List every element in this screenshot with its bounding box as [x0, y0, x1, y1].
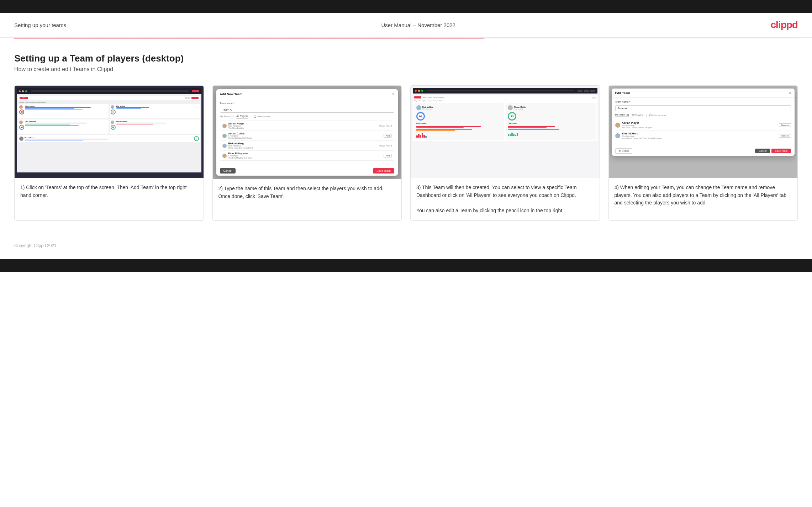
add-team-modal: Add New Team × Team Name * My Team (2) A…	[216, 89, 398, 176]
epi2-remove-button[interactable]: Remove	[779, 134, 791, 138]
card-1-text: 1) Click on 'Teams' at the top of the sc…	[15, 178, 204, 220]
ss3-p2-label: Player Quality	[508, 122, 594, 124]
mp1-action: Player Added	[379, 125, 392, 127]
modal-tabs: My Team (2) All Players Filter by name	[220, 115, 395, 118]
modal-player-item-2: Adrian Coliba 1 Handicap Central London …	[220, 131, 394, 141]
ss3-dot-green	[421, 90, 423, 92]
edit-filter-label: Filter by name	[649, 114, 666, 116]
chart-bar3	[420, 135, 421, 138]
chart-bar6	[425, 136, 427, 138]
modal-footer: Cancel Save Team	[216, 166, 398, 176]
ss3-icon2	[584, 90, 589, 92]
modal-tab-allplayers[interactable]: All Players	[236, 115, 248, 118]
edit-cancel-button[interactable]: Cancel	[755, 149, 770, 153]
modal-team-name-label: Team Name *	[220, 102, 395, 105]
epi1-avatar	[615, 123, 620, 128]
ss1-p3-score: 94	[19, 125, 24, 130]
ss3-content: Home Teams My Performance Player Details…	[413, 95, 597, 141]
edit-modal-title: Edit Team	[615, 91, 630, 95]
ss1-player-card-1: 84 Adrian Collins	[18, 104, 109, 118]
mp1-detail2: The Shire London	[228, 127, 378, 129]
ss1-player-card-4: 78 Dave Billingnam	[110, 119, 200, 134]
ss1-p4-bar2	[116, 124, 153, 124]
ss3-dot-red	[415, 90, 417, 92]
ss1-p2-bars	[116, 107, 199, 109]
ss4-bg: Edit Team × Team Name * My Team (2) All …	[609, 86, 798, 178]
mp4-add-button[interactable]: Add	[384, 154, 392, 158]
screenshot-3: Home Teams My Performance Player Details…	[411, 86, 600, 178]
modal-tab-myteam[interactable]: My Team (2)	[220, 115, 234, 118]
modal-save-button[interactable]: Save Team	[373, 168, 394, 174]
ss3-p1-name: Blair McHarg	[422, 106, 433, 108]
ss1-p4-bars	[116, 123, 199, 124]
delete-team-button[interactable]: 🗑 Delete	[615, 148, 632, 154]
epi1-name: Adrian Player	[622, 121, 777, 124]
ss1-player-card-2: 0 Blair McHarg	[110, 104, 200, 118]
modal-player-list: Adrian Player Plus Handicap The Shire Lo…	[220, 121, 395, 161]
epi1-remove-button[interactable]: Remove	[779, 123, 791, 127]
ss3-p1-label: Player Quality	[416, 122, 502, 124]
edit-save-button[interactable]: Save Team	[771, 149, 791, 153]
modal-team-name-input[interactable]	[220, 107, 395, 113]
chart2-bar1	[508, 134, 509, 136]
ss1-p4-bar1	[116, 123, 166, 123]
edit-tab-allplayers[interactable]: All Players	[632, 114, 643, 117]
ss1-filter-label: Showing 4 out of 4 players from All Play…	[18, 101, 200, 103]
ss1-logo-mini: clippd	[20, 97, 28, 99]
footer: Copyright Clippd 2021	[0, 239, 812, 259]
ss1-p1-bars	[25, 107, 107, 110]
card-1: clippd Showing 4 out of 4 players from A…	[14, 85, 204, 221]
header: Setting up your teams User Manual – Nove…	[0, 13, 812, 38]
mp1-avatar	[222, 124, 227, 128]
ss1-p3-bar1	[25, 123, 87, 123]
filter-checkbox[interactable]	[254, 116, 256, 118]
modal-header: Add New Team ×	[216, 89, 398, 99]
screenshot-4: Edit Team × Team Name * My Team (2) All …	[609, 86, 798, 178]
edit-tab-myteam[interactable]: My Team (2)	[615, 113, 629, 117]
edit-modal-tabs: My Team (2) All Players Filter by name	[615, 113, 791, 117]
ss1-p4-avatar	[111, 121, 114, 124]
edit-modal-close-icon[interactable]: ×	[789, 91, 791, 95]
edit-team-name-input[interactable]	[615, 105, 791, 111]
mp2-detail2: Central London Golf Centre	[228, 137, 382, 139]
ss1-p1-bar3	[25, 110, 83, 110]
mp2-add-button[interactable]: Add	[384, 134, 392, 138]
mp3-name: Blair McHarg	[228, 142, 378, 145]
ss2-bg: Add New Team × Team Name * My Team (2) A…	[213, 86, 402, 179]
modal-cancel-button[interactable]: Cancel	[220, 168, 236, 174]
ss3-p2-detail: Plus Handicap	[514, 108, 526, 110]
modal-player-item-1: Adrian Player Plus Handicap The Shire Lo…	[220, 121, 394, 131]
mp4-info: Dave Billingham 5 Handicap The Dog Magli…	[228, 152, 382, 159]
ss1-btn2	[191, 97, 199, 99]
modal-close-icon[interactable]: ×	[392, 92, 394, 96]
nav-dot-yellow	[22, 90, 24, 92]
ss3-p1-bars	[416, 126, 502, 131]
card-3: Home Teams My Performance Player Details…	[410, 85, 600, 221]
edit-player-list: Adrian Player Plus Handicap The Shire Lo…	[615, 120, 791, 141]
screenshot-1: clippd Showing 4 out of 4 players from A…	[15, 86, 204, 178]
edit-modal-footer: 🗑 Delete Cancel Save Team	[612, 146, 795, 156]
chart-bar2	[418, 134, 420, 138]
ss1-body: clippd Showing 4 out of 4 players from A…	[17, 94, 201, 172]
clippd-logo: clippd	[771, 19, 798, 31]
mp4-name: Dave Billingham	[228, 152, 382, 155]
ss1-p2-bar1	[116, 107, 149, 108]
chart2-bar3	[511, 133, 513, 136]
ss3-p1-header: Blair McHarg Plus Handicap	[416, 105, 502, 110]
ss1-pb-avatar	[19, 137, 23, 141]
edit-tab-divider	[646, 114, 647, 117]
modal-title: Add New Team	[220, 92, 243, 96]
chart2-bar4	[513, 134, 515, 136]
ss3-p1-bar3	[416, 129, 472, 130]
card-4: Edit Team × Team Name * My Team (2) All …	[608, 85, 798, 221]
tab-divider	[251, 115, 251, 118]
edit-filter-checkbox[interactable]	[649, 114, 652, 116]
ss1-btn1	[185, 97, 190, 99]
edit-modal-actions: Cancel Save Team	[755, 149, 791, 153]
ss3-address-bar	[427, 90, 574, 91]
mp2-info: Adrian Coliba 1 Handicap Central London …	[228, 132, 382, 139]
ss1-players-grid: 84 Adrian Collins	[18, 104, 200, 134]
ss1-p1-avatar	[19, 105, 23, 109]
ss3-p1-chart	[416, 133, 502, 138]
ss1-p3-bar2	[25, 124, 70, 124]
